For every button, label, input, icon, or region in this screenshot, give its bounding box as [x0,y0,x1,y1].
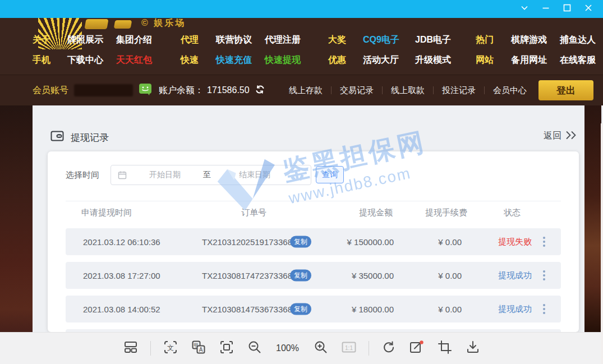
fit-screen-button[interactable] [218,340,235,357]
col-header-status: 状态 [504,208,521,218]
cell-status: 提现成功 [498,270,532,281]
fit-screen-icon [219,340,234,357]
maximize-icon [563,3,572,15]
nav-item[interactable]: 代理 [181,34,199,45]
divider [484,86,485,94]
nav-item[interactable]: 快速提现 [265,54,301,66]
page-header: 提现记录 [50,130,109,145]
date-range-input[interactable]: 开始日期 至 结束日期 [111,165,311,185]
window-minimize-button[interactable] [537,2,555,16]
one-to-one-icon: 1:1 [341,340,357,357]
svg-text:文: 文 [167,344,174,352]
refresh-balance-icon[interactable] [255,85,265,96]
nav-col-register: 代理注册 快速提现 [265,34,301,66]
nav-item[interactable]: 代理注册 [265,34,301,45]
rotate-button[interactable] [380,340,397,357]
copy-button[interactable]: 复制 [290,236,311,248]
cell-time: 2021.03.12 06:10:36 [83,237,160,247]
nav-item[interactable]: 手机 [33,54,50,66]
nav-col-hot: 热门 网站 [476,34,494,66]
cell-order: TX210312025191733681 [202,237,297,247]
layout-panels-icon [123,340,138,357]
cell-time: 2021.03.08 14:00:52 [83,305,160,314]
nav-item[interactable]: JDB电子 [415,34,451,45]
nav-item[interactable]: 升级模式 [415,54,451,66]
scrollbar[interactable] [601,123,603,364]
divider [433,86,434,94]
link-online-deposit[interactable]: 线上存款 [289,85,323,96]
cell-status: 提现失败 [498,237,532,247]
nav-item[interactable]: 快速 [181,54,199,66]
nav-item[interactable]: 大奖 [328,34,346,45]
copy-button[interactable]: 复制 [290,270,311,282]
translate-button[interactable]: 甲 A [190,340,207,357]
actual-size-button[interactable]: 1:1 [340,340,357,357]
copy-button[interactable]: 复制 [290,303,311,315]
nav-item[interactable]: 集团介绍 [116,34,152,45]
zoom-in-button[interactable] [312,340,329,357]
balance-value: 171586.50 [207,85,250,95]
nav-item[interactable]: 下载中心 [67,54,103,66]
message-icon[interactable] [139,83,152,98]
row-menu-dots[interactable] [541,302,547,316]
divider [369,341,369,356]
zoom-in-icon [314,340,328,357]
nav-item[interactable]: 牌照展示 [67,34,103,45]
nav-item[interactable]: 捕鱼达人 [560,34,596,45]
divider [331,86,332,94]
link-online-withdraw[interactable]: 线上取款 [391,85,425,96]
nav-item[interactable]: 备用网址 [511,54,547,66]
zoom-out-icon [247,340,262,357]
nav-item[interactable]: 关于 [33,34,50,45]
link-bet-record[interactable]: 投注记录 [442,85,476,96]
nav-col-about: 关于 手机 [33,34,50,66]
back-button[interactable]: 返回 [544,130,578,142]
download-button[interactable] [464,340,481,357]
query-button[interactable]: 查询 [316,166,344,183]
logout-button[interactable]: 登出 [538,80,593,100]
nav-item[interactable]: 联营协议 [216,34,252,45]
nav-col-jdb: JDB电子 升级模式 [415,34,451,66]
nav-item[interactable]: 棋牌游戏 [511,34,547,45]
main-area: 提现记录 返回 选择时间 [0,105,603,332]
app-window: © 娱乐场 关于 手机 牌照展示 下载中心 集团介绍 天天红包 代理 快速 联营… [0,0,603,364]
nav-item[interactable]: 活动大厅 [363,54,399,66]
svg-text:A: A [199,347,202,353]
account-links: 线上存款 交易记录 线上取款 投注记录 会员中心 登出 [289,75,593,105]
window-close-button[interactable] [579,2,597,16]
minimize-icon [541,3,550,15]
nav-item[interactable]: 快速充值 [216,54,252,66]
double-chevron-right-icon [565,131,578,142]
cell-amount: ¥ 150000.00 [338,237,394,247]
layout-panels-button[interactable] [122,340,139,357]
window-dropdown-button[interactable] [515,2,533,16]
nav-item[interactable]: 天天红包 [116,54,152,66]
nav-item[interactable]: 网站 [476,54,494,66]
nav-col-license: 牌照展示 下载中心 [67,34,103,66]
balance-display: 账户余额： 171586.50 [159,75,265,105]
row-menu-dots[interactable] [541,269,547,282]
crop-button[interactable] [436,340,453,357]
balance-label: 账户余额： [159,85,204,96]
nav-item[interactable]: 在线客服 [560,54,596,66]
zoom-out-button[interactable] [246,340,263,357]
edit-button[interactable] [408,340,425,357]
link-member-center[interactable]: 会员中心 [493,85,527,96]
ocr-text-button[interactable]: 文 [162,340,179,357]
close-icon [584,3,593,15]
window-maximize-button[interactable] [558,2,576,16]
wallet-icon [50,130,65,145]
nav-item[interactable]: 优惠 [328,54,346,66]
account-info: 会员账号 [33,75,152,105]
link-transaction-record[interactable]: 交易记录 [340,85,374,96]
page-title: 提现记录 [71,131,109,144]
viewer-toolbar: 文 甲 A [0,332,603,364]
row-menu-dots[interactable] [541,235,547,248]
nav-item[interactable]: CQ9电子 [363,34,399,45]
cell-order: TX210308174723733681 [202,271,297,280]
nav-item[interactable]: 热门 [476,34,494,45]
table-row: 2021.03.12 06:10:36 TX210312025191733681… [66,228,561,255]
divider [382,86,383,94]
nav-col-alliance: 联营协议 快速充值 [216,34,252,66]
back-label: 返回 [544,130,561,142]
